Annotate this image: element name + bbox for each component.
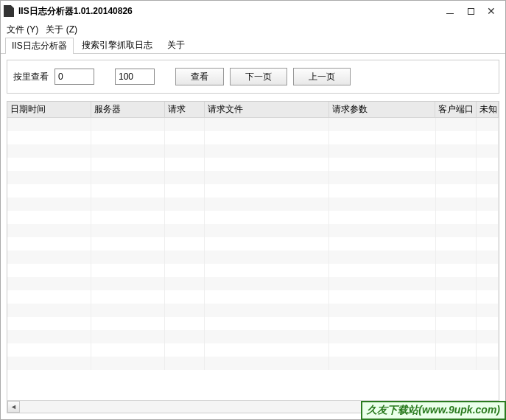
- minimize-button[interactable]: [445, 6, 455, 16]
- col-datetime[interactable]: 日期时间: [7, 102, 91, 117]
- tab-about[interactable]: 关于: [161, 37, 191, 53]
- table-row: [7, 237, 499, 251]
- maximize-button[interactable]: [465, 6, 476, 16]
- table-row: [7, 277, 499, 290]
- table-row: [7, 251, 499, 264]
- table-row: [7, 224, 499, 237]
- table-row: [7, 158, 499, 171]
- col-client-port[interactable]: 客户端口: [435, 102, 477, 117]
- controls-panel: 按里查看 查看 下一页 上一页: [7, 60, 499, 94]
- range-label: 按里查看: [13, 71, 49, 83]
- table-row: [7, 144, 499, 158]
- menubar: 文件 (Y) 关于 (Z): [1, 21, 505, 38]
- app-window: IIS日志分析器1.01.20140826 ✕ 文件 (Y) 关于 (Z) II…: [0, 0, 506, 420]
- col-server[interactable]: 服务器: [91, 102, 164, 117]
- tabbar: IIS日志分析器 搜索引擎抓取日志 关于: [1, 38, 505, 54]
- table-body: [7, 118, 499, 400]
- col-unknown[interactable]: 未知: [477, 102, 499, 117]
- view-button[interactable]: 查看: [175, 68, 224, 85]
- tab-search-engine-log[interactable]: 搜索引擎抓取日志: [75, 37, 159, 53]
- col-request-file[interactable]: 请求文件: [205, 102, 329, 117]
- content-area: 按里查看 查看 下一页 上一页 日期时间 服务器 请求 请求文件 请求参数 客户…: [1, 54, 505, 419]
- titlebar: IIS日志分析器1.01.20140826 ✕: [1, 1, 505, 21]
- col-request-params[interactable]: 请求参数: [329, 102, 435, 117]
- range-from-input[interactable]: [55, 69, 94, 85]
- menu-about[interactable]: 关于 (Z): [46, 24, 77, 36]
- table-row: [7, 330, 499, 343]
- table-row: [7, 197, 499, 211]
- window-controls: ✕: [445, 6, 502, 16]
- window-title: IIS日志分析器1.01.20140826: [18, 5, 445, 18]
- table-row: [7, 118, 499, 131]
- prev-page-button[interactable]: 上一页: [293, 68, 351, 85]
- range-to-input[interactable]: [115, 69, 155, 85]
- close-button[interactable]: ✕: [486, 6, 496, 16]
- table-header: 日期时间 服务器 请求 请求文件 请求参数 客户端口 未知: [7, 102, 499, 118]
- table-row: [7, 131, 499, 144]
- next-page-button[interactable]: 下一页: [230, 68, 287, 85]
- col-request[interactable]: 请求: [165, 102, 205, 117]
- menu-file[interactable]: 文件 (Y): [7, 24, 38, 36]
- table-row: [7, 211, 499, 224]
- table-row: [7, 171, 499, 184]
- table-row: [7, 184, 499, 197]
- table-row: [7, 264, 499, 277]
- watermark: 久友下载站(www.9upk.com): [361, 401, 506, 420]
- table-row: [7, 304, 499, 317]
- log-table: 日期时间 服务器 请求 请求文件 请求参数 客户端口 未知: [7, 101, 499, 413]
- table-row: [7, 317, 499, 330]
- table-row: [7, 343, 499, 357]
- table-row: [7, 290, 499, 304]
- table-row: [7, 357, 499, 370]
- tab-iis-analyzer[interactable]: IIS日志分析器: [5, 38, 74, 54]
- app-icon: [4, 5, 14, 17]
- scroll-left-button[interactable]: ◄: [7, 401, 20, 413]
